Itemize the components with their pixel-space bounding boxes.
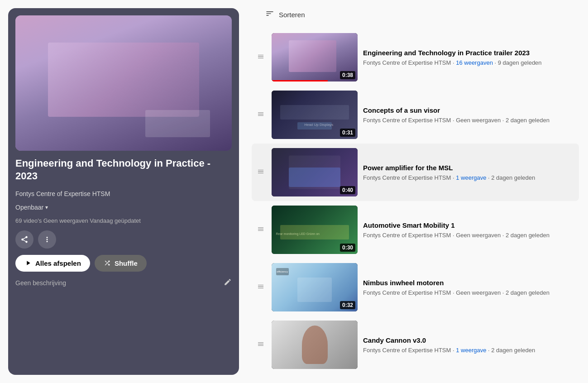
drag-handle (255, 225, 266, 234)
reorder-icon (257, 110, 264, 118)
shuffle-button[interactable]: Shuffle (95, 255, 147, 272)
action-row (15, 230, 232, 249)
visibility-label: Openbaar (15, 204, 43, 211)
video-title: Power amplifier for the MSL (363, 163, 575, 172)
reorder-icon (257, 53, 264, 60)
drag-handle (255, 168, 266, 177)
video-title: Nimbus inwheel motoren (363, 278, 575, 287)
visibility-button[interactable]: Openbaar ▾ (15, 204, 48, 211)
playlist-cover-thumbnail (15, 15, 232, 151)
reorder-icon (257, 340, 264, 348)
playback-buttons: Alles afspelen Shuffle (15, 255, 232, 272)
video-title: Candy Cannon v3.0 (363, 336, 575, 345)
video-list-item[interactable]: Candy Cannon v3.0 Fontys Centre of Exper… (252, 316, 579, 373)
video-info: Candy Cannon v3.0 Fontys Centre of Exper… (363, 336, 575, 354)
video-title: Engineering and Technology in Practice t… (363, 48, 575, 57)
video-info: Power amplifier for the MSL Fontys Centr… (363, 163, 575, 182)
reorder-icon (257, 168, 264, 175)
play-all-button[interactable]: Alles afspelen (15, 255, 90, 272)
video-list-item[interactable]: 0:40 Power amplifier for the MSL Fontys … (252, 144, 579, 201)
drag-handle (255, 340, 266, 349)
video-meta: Fontys Centre of Expertise HTSM · Geen w… (363, 232, 575, 239)
playlist-channel: Fontys Centre of Expertise HTSM (15, 190, 232, 197)
video-thumbnail: Head Up Displays 0:31 (272, 91, 358, 139)
edit-description-button[interactable] (224, 278, 232, 288)
video-list-item[interactable]: Head Up Displays 0:31 Concepts of a sun … (252, 86, 579, 144)
play-all-label: Alles afspelen (35, 259, 81, 267)
video-meta: Fontys Centre of Expertise HTSM · 16 wee… (363, 59, 575, 66)
play-icon (24, 259, 32, 267)
chevron-down-icon: ▾ (45, 204, 48, 211)
description-text: Geen beschrijving (15, 279, 66, 287)
video-thumbnail: 0:40 (272, 148, 358, 196)
video-meta: Fontys Centre of Expertise HTSM · Geen w… (363, 289, 575, 296)
drag-handle (255, 283, 266, 292)
video-list: 0:38 Engineering and Technology in Pract… (252, 29, 579, 373)
description-row: Geen beschrijving (15, 278, 232, 288)
shuffle-icon (104, 259, 111, 267)
video-list-panel: Sorteren 0:38 Engineering and Technology… (247, 0, 588, 383)
visibility-row: Openbaar ▾ (15, 204, 232, 211)
video-info: Concepts of a sun visor Fontys Centre of… (363, 106, 575, 124)
video-list-item[interactable]: efficiency 0:32 Nimbus inwheel motoren F… (252, 259, 579, 316)
video-meta: Fontys Centre of Expertise HTSM · 1 weer… (363, 347, 575, 354)
video-info: Nimbus inwheel motoren Fontys Centre of … (363, 278, 575, 297)
video-thumbnail: efficiency 0:32 (272, 263, 358, 311)
video-title: Concepts of a sun visor (363, 106, 575, 115)
edit-icon (224, 278, 232, 286)
drag-handle (255, 53, 266, 62)
sort-bar: Sorteren (252, 9, 579, 20)
video-list-item[interactable]: 0:38 Engineering and Technology in Pract… (252, 29, 579, 86)
reorder-icon (257, 225, 264, 233)
playlist-title: Engineering and Technology in Practice -… (15, 157, 232, 183)
video-info: Engineering and Technology in Practice t… (363, 48, 575, 67)
video-thumbnail: 0:38 (272, 33, 358, 81)
video-list-item[interactable]: Rear monitoring LED Grünn on 0:30 Automo… (252, 201, 579, 259)
drag-handle (255, 110, 266, 119)
video-duration: 0:31 (340, 129, 355, 137)
filter-list-icon (265, 9, 274, 18)
video-title: Automotive Smart Mobility 1 (363, 221, 575, 230)
share-button[interactable] (15, 230, 33, 249)
sort-label[interactable]: Sorteren (279, 11, 305, 19)
video-duration: 0:40 (340, 186, 355, 194)
shuffle-label: Shuffle (115, 259, 138, 267)
reorder-icon (257, 283, 264, 290)
video-thumbnail: Rear monitoring LED Grünn on 0:30 (272, 206, 358, 254)
video-duration: 0:32 (340, 301, 355, 309)
share-icon (20, 235, 29, 244)
video-info: Automotive Smart Mobility 1 Fontys Centr… (363, 221, 575, 239)
more-vert-icon (43, 235, 51, 244)
video-duration: 0:30 (340, 244, 355, 252)
video-meta: Fontys Centre of Expertise HTSM · Geen w… (363, 117, 575, 124)
more-options-button[interactable] (38, 230, 56, 249)
video-meta: Fontys Centre of Expertise HTSM · 1 weer… (363, 174, 575, 181)
video-thumbnail (272, 321, 358, 369)
sort-icon (265, 9, 274, 20)
video-duration: 0:38 (340, 71, 355, 79)
playlist-panel: Engineering and Technology in Practice -… (8, 8, 239, 375)
playlist-stats: 69 video's Geen weergaven Vandaag geüpda… (15, 217, 232, 224)
